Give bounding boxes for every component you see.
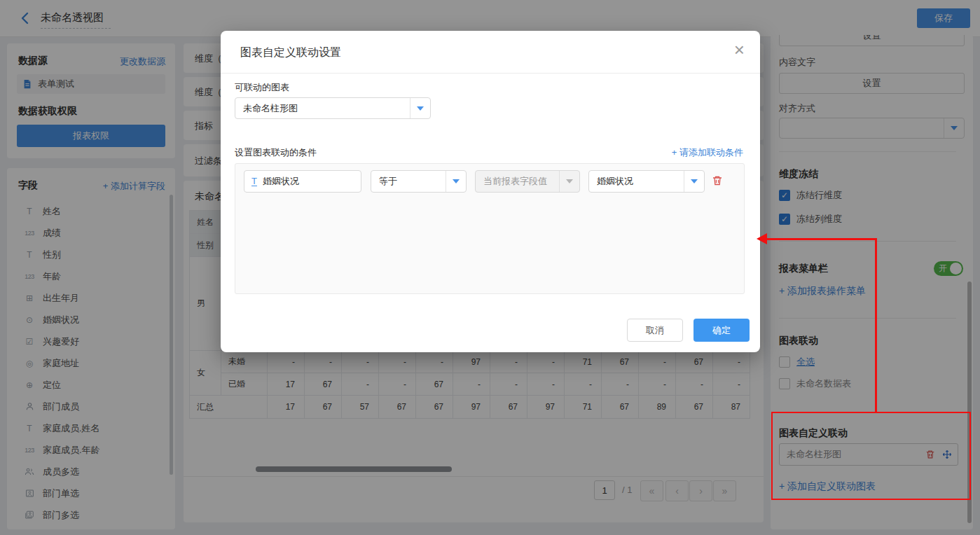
condition-field-value: 婚姻状况 <box>257 175 361 188</box>
delete-condition-icon[interactable] <box>712 175 723 186</box>
annotation-arrowhead <box>757 233 767 244</box>
text-field-icon: T <box>251 176 257 187</box>
cancel-button[interactable]: 取消 <box>627 319 683 342</box>
close-icon[interactable]: × <box>734 41 745 59</box>
condition-value-type-select[interactable]: 当前报表字段值 <box>475 170 580 193</box>
chevron-down-icon <box>410 98 430 118</box>
condition-operator-select[interactable]: 等于 <box>371 170 467 193</box>
condition-section-label: 设置图表联动的条件 <box>235 146 317 159</box>
annotation-highlight-box <box>771 412 971 500</box>
chevron-down-icon <box>446 171 466 192</box>
add-condition-link[interactable]: + 请添加联动条件 <box>672 146 743 159</box>
ok-button[interactable]: 确定 <box>693 319 750 342</box>
annotation-arrow-vline <box>875 239 877 413</box>
linkable-chart-select[interactable]: 未命名柱形图 <box>235 97 431 119</box>
chevron-down-icon <box>559 171 579 192</box>
linkable-chart-label: 可联动的图表 <box>235 81 289 94</box>
modal-title: 图表自定义联动设置 <box>240 46 341 60</box>
chart-linkage-modal: 图表自定义联动设置 × 可联动的图表 未命名柱形图 设置图表联动的条件 + 请添… <box>221 31 760 352</box>
conditions-container: T 婚姻状况 等于 当前报表字段值 婚姻状况 <box>235 163 745 294</box>
condition-field-input[interactable]: T 婚姻状况 <box>244 170 361 193</box>
linkable-chart-value: 未命名柱形图 <box>235 102 430 115</box>
annotation-arrow-hline <box>766 238 877 240</box>
condition-value-select[interactable]: 婚姻状况 <box>588 170 705 193</box>
chevron-down-icon <box>684 171 704 192</box>
